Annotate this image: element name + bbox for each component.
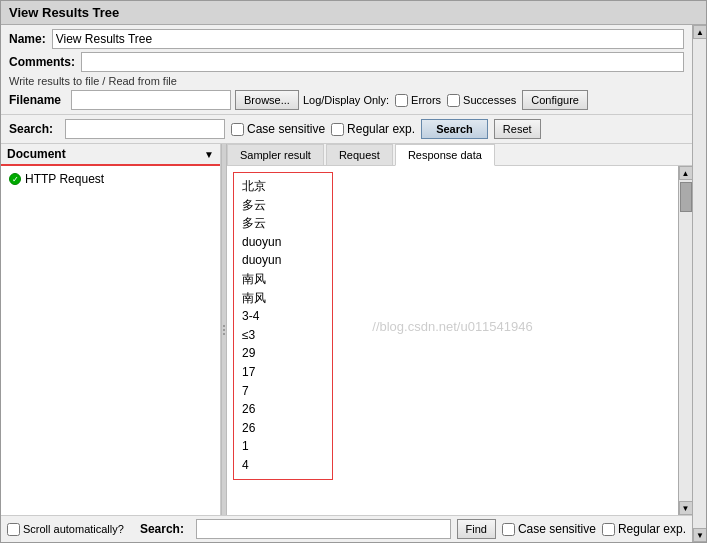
bottom-regular-exp-label: Regular exp. [618, 522, 686, 536]
tab-request[interactable]: Request [326, 144, 393, 165]
bottom-case-sensitive-group[interactable]: Case sensitive [502, 522, 596, 536]
response-line: 26 [242, 419, 324, 438]
filename-input[interactable] [71, 90, 231, 110]
bottom-regular-exp-group[interactable]: Regular exp. [602, 522, 686, 536]
response-line: 1 [242, 437, 324, 456]
regular-exp-label: Regular exp. [347, 122, 415, 136]
scroll-auto-checkbox[interactable] [7, 523, 20, 536]
response-line: duoyun [242, 233, 324, 252]
tab-sampler-result[interactable]: Sampler result [227, 144, 324, 165]
scroll-down-arrow[interactable]: ▼ [679, 501, 693, 515]
response-line: 29 [242, 344, 324, 363]
response-line: 7 [242, 382, 324, 401]
case-sensitive-checkbox[interactable] [231, 123, 244, 136]
bottom-bar: Scroll automatically? Search: Find Case … [1, 515, 692, 542]
successes-checkbox-group[interactable]: Successes [447, 94, 516, 107]
scroll-auto-group[interactable]: Scroll automatically? [7, 523, 124, 536]
response-box: 北京多云多云duoyunduoyun南风南风3-4≤329177262614 [233, 172, 333, 480]
outer-scroll-down[interactable]: ▼ [693, 528, 706, 542]
case-sensitive-group[interactable]: Case sensitive [231, 122, 325, 136]
response-line: 多云 [242, 214, 324, 233]
status-icon-success: ✓ [9, 173, 21, 185]
errors-checkbox-group[interactable]: Errors [395, 94, 441, 107]
tab-response-data[interactable]: Response data [395, 144, 495, 166]
window-title: View Results Tree [9, 5, 119, 20]
response-line: 3-4 [242, 307, 324, 326]
scroll-up-arrow[interactable]: ▲ [679, 166, 693, 180]
filename-label: Filename [9, 93, 61, 107]
outer-scroll-up[interactable]: ▲ [693, 25, 706, 39]
bottom-case-sensitive-label: Case sensitive [518, 522, 596, 536]
write-results-label: Write results to file / Read from file [9, 75, 684, 87]
tabs-bar: Sampler result Request Response data [227, 144, 692, 166]
errors-label: Errors [411, 94, 441, 106]
results-panel: Sampler result Request Response data [227, 144, 692, 515]
name-label: Name: [9, 32, 46, 46]
errors-checkbox[interactable] [395, 94, 408, 107]
case-sensitive-label: Case sensitive [247, 122, 325, 136]
regular-exp-group[interactable]: Regular exp. [331, 122, 415, 136]
response-line: ≤3 [242, 326, 324, 345]
comments-input[interactable] [81, 52, 684, 72]
response-scrollbar[interactable]: ▲ ▼ [678, 166, 692, 515]
search-label: Search: [9, 122, 53, 136]
response-line: 26 [242, 400, 324, 419]
response-line: 北京 [242, 177, 324, 196]
response-line: 4 [242, 456, 324, 475]
successes-checkbox[interactable] [447, 94, 460, 107]
response-line: 南风 [242, 289, 324, 308]
main-window: View Results Tree Name: Comments: Write … [0, 0, 707, 543]
watermark: //blog.csdn.net/u011541946 [372, 318, 532, 333]
regular-exp-checkbox[interactable] [331, 123, 344, 136]
response-content: 北京多云多云duoyunduoyun南风南风3-4≤329177262614 /… [227, 166, 678, 515]
bottom-search-group: Search: Find Case sensitive Regular exp. [140, 519, 686, 539]
tree-header-label: Document [7, 147, 66, 161]
comments-label: Comments: [9, 55, 75, 69]
scroll-auto-label: Scroll automatically? [23, 523, 124, 535]
search-button[interactable]: Search [421, 119, 488, 139]
title-bar: View Results Tree [1, 1, 706, 25]
form-section: Name: Comments: Write results to file / … [1, 25, 692, 115]
response-line: duoyun [242, 251, 324, 270]
successes-label: Successes [463, 94, 516, 106]
find-button[interactable]: Find [457, 519, 496, 539]
browse-button[interactable]: Browse... [235, 90, 299, 110]
response-line: 多云 [242, 196, 324, 215]
tree-header-arrow[interactable]: ▼ [204, 149, 214, 160]
response-data-lines: 北京多云多云duoyunduoyun南风南风3-4≤329177262614 [242, 177, 324, 475]
tree-item-http-request[interactable]: ✓ HTTP Request [5, 170, 216, 188]
tree-header: Document ▼ [1, 144, 220, 166]
scroll-thumb[interactable] [680, 182, 692, 212]
bottom-case-sensitive-checkbox[interactable] [502, 523, 515, 536]
search-input[interactable] [65, 119, 225, 139]
tree-items: ✓ HTTP Request [1, 166, 220, 515]
log-display-label: Log/Display Only: [303, 94, 389, 106]
search-bar: Search: Case sensitive Regular exp. Sear… [1, 115, 692, 144]
tree-item-label: HTTP Request [25, 172, 104, 186]
tree-panel: Document ▼ ✓ HTTP Request [1, 144, 221, 515]
check-mark: ✓ [10, 174, 20, 186]
reset-button[interactable]: Reset [494, 119, 541, 139]
bottom-regular-exp-checkbox[interactable] [602, 523, 615, 536]
outer-scrollbar[interactable]: ▲ ▼ [692, 25, 706, 542]
bottom-search-input[interactable] [196, 519, 451, 539]
bottom-search-label: Search: [140, 522, 184, 536]
log-display: Log/Display Only: Errors Successes Confi… [303, 90, 588, 110]
response-line: 17 [242, 363, 324, 382]
name-input[interactable] [52, 29, 684, 49]
configure-button[interactable]: Configure [522, 90, 588, 110]
response-line: 南风 [242, 270, 324, 289]
